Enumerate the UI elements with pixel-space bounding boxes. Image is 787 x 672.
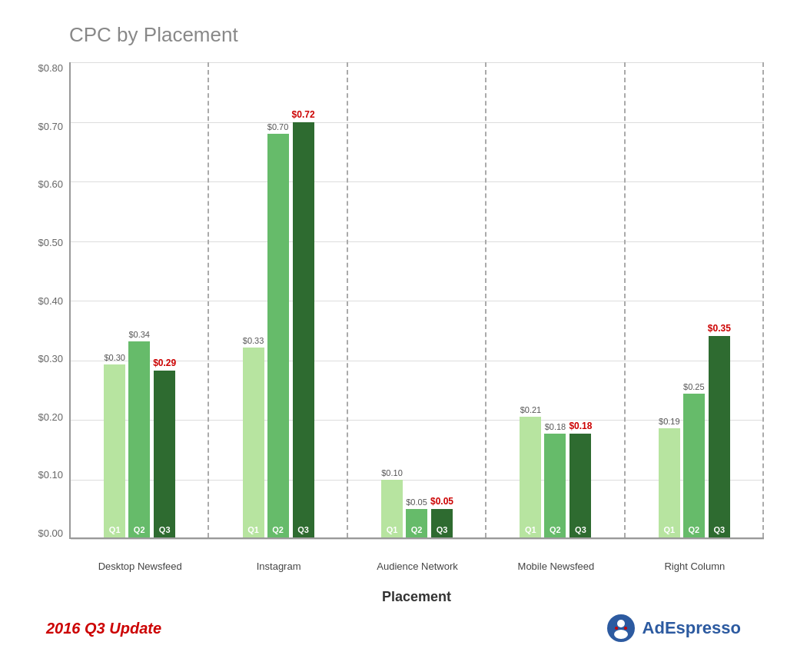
y-axis-label: $0.70: [23, 121, 69, 132]
y-axis-label: $0.30: [23, 353, 69, 364]
bar-wrapper: $0.18Q2: [544, 422, 566, 537]
bar-value-label: $0.33: [243, 336, 264, 345]
chart-container: CPC by Placement $0.80$0.70$0.60$0.50$0.…: [0, 0, 787, 672]
bar-q1: Q1: [520, 417, 541, 538]
bar-wrapper: $0.25Q2: [683, 382, 705, 538]
grid-line: [71, 539, 764, 540]
quarter-label: Q3: [709, 525, 730, 534]
svg-point-3: [615, 627, 618, 630]
y-axis-label: $0.50: [23, 237, 69, 248]
y-axis-label: $0.00: [23, 527, 69, 539]
placement-group: $0.33Q1$0.70Q2$0.72Q3Instagram: [209, 62, 347, 537]
bar-value-label: $0.05: [430, 496, 453, 507]
placement-label: Right Column: [626, 561, 764, 572]
bar-wrapper: $0.18Q3: [569, 421, 592, 537]
quarter-label: Q3: [569, 525, 591, 534]
placement-label: Instagram: [209, 561, 347, 572]
bar-q3: Q3: [709, 336, 730, 538]
adespresso-icon: [606, 613, 636, 644]
quarter-label: Q2: [406, 525, 427, 534]
y-axis-label: $0.10: [23, 469, 69, 481]
placement-group: $0.21Q1$0.18Q2$0.18Q3Mobile Newsfeed: [486, 62, 625, 537]
quarter-label: Q1: [104, 525, 125, 534]
quarter-label: Q1: [381, 525, 403, 534]
bar-q1: Q1: [243, 348, 264, 538]
bar-wrapper: $0.21Q1: [520, 405, 541, 538]
quarter-label: Q3: [431, 525, 453, 534]
placement-group: $0.30Q1$0.34Q2$0.29Q3Desktop Newsfeed: [71, 62, 209, 537]
y-axis-label: $0.20: [23, 411, 69, 423]
bar-wrapper: $0.35Q3: [708, 323, 731, 538]
bar-q3: Q3: [293, 122, 314, 537]
bar-value-label: $0.10: [381, 468, 403, 477]
bar-q2: Q2: [267, 134, 289, 537]
bar-wrapper: $0.19Q1: [659, 417, 680, 538]
quarter-label: Q1: [243, 525, 264, 534]
y-axis: $0.80$0.70$0.60$0.50$0.40$0.30$0.20$0.10…: [23, 62, 69, 539]
placement-group: $0.19Q1$0.25Q2$0.35Q3Right Column: [626, 62, 764, 537]
grid-and-bars: $0.30Q1$0.34Q2$0.29Q3Desktop Newsfeed$0.…: [69, 62, 764, 539]
bar-set: $0.33Q1$0.70Q2$0.72Q3: [243, 109, 315, 537]
bar-q3: Q3: [431, 509, 453, 538]
bar-wrapper: $0.29Q3: [153, 358, 176, 538]
bar-value-label: $0.34: [128, 330, 150, 339]
placement-label: Mobile Newsfeed: [486, 561, 625, 572]
bar-wrapper: $0.05Q3: [430, 496, 453, 538]
bar-set: $0.19Q1$0.25Q2$0.35Q3: [659, 323, 731, 538]
quarter-label: Q1: [520, 525, 541, 534]
placement-label: Audience Network: [348, 561, 486, 572]
bar-value-label: $0.29: [153, 358, 176, 368]
bar-value-label: $0.25: [683, 382, 705, 391]
bar-q3: Q3: [154, 371, 175, 538]
bar-q1: Q1: [104, 364, 125, 537]
bar-value-label: $0.21: [520, 405, 542, 414]
bar-wrapper: $0.05Q2: [406, 497, 427, 538]
quarter-label: Q2: [683, 525, 705, 534]
bars-row: $0.30Q1$0.34Q2$0.29Q3Desktop Newsfeed$0.…: [71, 62, 764, 537]
bar-set: $0.30Q1$0.34Q2$0.29Q3: [104, 330, 176, 537]
y-axis-label: $0.60: [23, 178, 69, 190]
bar-set: $0.21Q1$0.18Q2$0.18Q3: [520, 405, 592, 538]
y-axis-label: $0.80: [23, 62, 69, 74]
svg-point-1: [617, 620, 625, 627]
bar-value-label: $0.18: [569, 421, 592, 431]
bar-wrapper: $0.33Q1: [243, 336, 264, 538]
bar-q2: Q2: [683, 394, 705, 538]
chart-title: CPC by Placement: [69, 23, 764, 47]
svg-point-2: [614, 630, 628, 639]
bar-q1: Q1: [381, 480, 403, 537]
bar-value-label: $0.18: [545, 422, 566, 431]
bar-wrapper: $0.72Q3: [292, 109, 315, 537]
bar-q2: Q2: [128, 341, 150, 537]
bar-value-label: $0.19: [659, 417, 680, 426]
bar-wrapper: $0.34Q2: [128, 330, 150, 537]
bar-set: $0.10Q1$0.05Q2$0.05Q3: [381, 468, 453, 537]
quarter-label: Q3: [293, 525, 314, 534]
placement-label: Desktop Newsfeed: [71, 561, 209, 572]
quarter-label: Q2: [267, 525, 289, 534]
placement-group: $0.10Q1$0.05Q2$0.05Q3Audience Network: [348, 62, 486, 537]
footer-left: 2016 Q3 Update: [46, 620, 161, 637]
quarter-label: Q2: [128, 525, 150, 534]
bar-wrapper: $0.10Q1: [381, 468, 403, 537]
footer-right: AdEspresso: [606, 613, 741, 644]
x-axis-title: Placement: [69, 589, 764, 605]
bar-wrapper: $0.70Q2: [267, 122, 289, 537]
adespresso-text: AdEspresso: [643, 618, 741, 638]
bar-q1: Q1: [659, 428, 680, 538]
bar-value-label: $0.30: [104, 353, 125, 362]
quarter-label: Q2: [544, 525, 566, 534]
y-axis-label: $0.40: [23, 295, 69, 307]
svg-point-4: [624, 627, 627, 630]
bar-value-label: $0.05: [406, 497, 427, 507]
bar-q3: Q3: [569, 434, 591, 537]
bar-value-label: $0.72: [292, 109, 315, 120]
bar-value-label: $0.35: [708, 323, 731, 334]
bar-q2: Q2: [406, 509, 427, 538]
bar-value-label: $0.70: [267, 122, 289, 131]
bar-q2: Q2: [544, 434, 566, 537]
chart-area: $0.80$0.70$0.60$0.50$0.40$0.30$0.20$0.10…: [69, 62, 764, 539]
bar-wrapper: $0.30Q1: [104, 353, 125, 537]
quarter-label: Q3: [154, 525, 175, 534]
quarter-label: Q1: [659, 525, 680, 534]
